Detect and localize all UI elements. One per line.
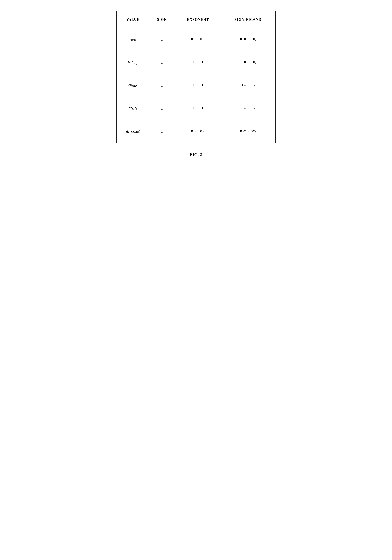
table-row: SNaNx11 . . . 1121.0xx . . . xx2 bbox=[117, 97, 275, 120]
main-table-container: VALUE SIGN EXPONENT SIGNIFICAND zerox00 … bbox=[116, 11, 276, 143]
cell-exponent-4: 00 . . . 002 bbox=[175, 120, 221, 143]
header-exponent: EXPONENT bbox=[175, 11, 221, 28]
table-row: zerox00 . . . 0020.00 . . . 002 bbox=[117, 28, 275, 51]
cell-value-2: QNaN bbox=[117, 74, 149, 97]
cell-significand-1: 1.00 . . . 002 bbox=[221, 51, 275, 74]
cell-exponent-1: 11 . . . 112 bbox=[175, 51, 221, 74]
table-row: denormalx00 . . . 0020.xx . . . xx2 bbox=[117, 120, 275, 143]
cell-significand-3: 1.0xx . . . xx2 bbox=[221, 97, 275, 120]
cell-significand-4: 0.xx . . . xx2 bbox=[221, 120, 275, 143]
header-value: VALUE bbox=[117, 11, 149, 28]
header-significand: SIGNIFICAND bbox=[221, 11, 275, 28]
cell-value-4: denormal bbox=[117, 120, 149, 143]
cell-value-0: zero bbox=[117, 28, 149, 51]
cell-value-3: SNaN bbox=[117, 97, 149, 120]
header-row: VALUE SIGN EXPONENT SIGNIFICAND bbox=[117, 11, 275, 28]
cell-sign-0: x bbox=[149, 28, 175, 51]
table-row: infinityx11 . . . 1121.00 . . . 002 bbox=[117, 51, 275, 74]
cell-sign-2: x bbox=[149, 74, 175, 97]
cell-sign-1: x bbox=[149, 51, 175, 74]
table-body: zerox00 . . . 0020.00 . . . 002infinityx… bbox=[117, 28, 275, 143]
cell-exponent-2: 11 . . . 112 bbox=[175, 74, 221, 97]
figure-label: FIG. 2 bbox=[190, 152, 202, 157]
cell-exponent-3: 11 . . . 112 bbox=[175, 97, 221, 120]
cell-sign-3: x bbox=[149, 97, 175, 120]
table-row: QNaNx11 . . . 1121.1xx . . . xx2 bbox=[117, 74, 275, 97]
header-sign: SIGN bbox=[149, 11, 175, 28]
cell-significand-2: 1.1xx . . . xx2 bbox=[221, 74, 275, 97]
cell-significand-0: 0.00 . . . 002 bbox=[221, 28, 275, 51]
floating-point-table: VALUE SIGN EXPONENT SIGNIFICAND zerox00 … bbox=[116, 11, 276, 143]
cell-value-1: infinity bbox=[117, 51, 149, 74]
cell-sign-4: x bbox=[149, 120, 175, 143]
cell-exponent-0: 00 . . . 002 bbox=[175, 28, 221, 51]
